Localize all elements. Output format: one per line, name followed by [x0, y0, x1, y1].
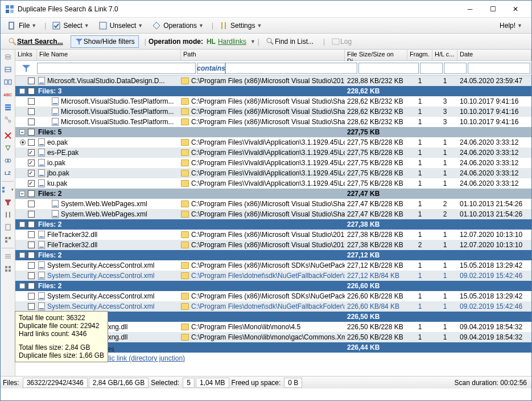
- side-blocks[interactable]: ▾: [1, 184, 15, 195]
- file-checkbox[interactable]: [28, 149, 35, 156]
- file-checkbox[interactable]: [28, 108, 35, 115]
- group-checkbox[interactable]: [28, 129, 35, 136]
- file-row[interactable]: jbo.pakC:\Program Files\Vivaldi\Applicat…: [15, 168, 531, 178]
- file-checkbox[interactable]: [28, 118, 35, 125]
- side-link[interactable]: [1, 155, 15, 166]
- side-tool-7[interactable]: [1, 197, 15, 208]
- file-checkbox[interactable]: [28, 231, 35, 238]
- side-tool-10[interactable]: [1, 234, 15, 245]
- file-checkbox[interactable]: [28, 159, 35, 166]
- file-row[interactable]: Microsoft.VisualStudio.TestPlatform...C:…: [15, 117, 531, 127]
- file-row[interactable]: eo.pakC:\Program Files\Vivaldi\Applicati…: [15, 137, 531, 148]
- file-row[interactable]: System.Web.WebPages.xmlC:\Program Files …: [15, 199, 531, 209]
- file-checkbox[interactable]: [28, 200, 35, 207]
- file-row[interactable]: System.Web.WebPages.xmlC:\Program Files …: [15, 209, 531, 219]
- file-row[interactable]: Microsoft.VisualStudio.TestPlatform...C:…: [15, 96, 531, 107]
- side-tool-3[interactable]: [1, 76, 15, 88]
- menu-operations[interactable]: Operations▼: [149, 20, 207, 31]
- group-row[interactable]: −Files: 2227,47 KB: [15, 189, 531, 199]
- collapse-icon[interactable]: −: [19, 191, 25, 197]
- group-row[interactable]: −Files: 3228,62 KB: [15, 86, 531, 96]
- start-search-button[interactable]: Start Search...: [4, 35, 67, 48]
- log-button[interactable]: Log: [327, 35, 356, 48]
- file-row[interactable]: System.Security.AccessControl.xmlC:\Prog…: [15, 271, 531, 281]
- collapse-icon[interactable]: −: [19, 222, 25, 227]
- show-hide-filters-button[interactable]: Show/Hide filters: [71, 35, 139, 48]
- side-recycle[interactable]: [1, 142, 15, 154]
- file-row[interactable]: io.pakC:\Program Files\Vivaldi\Applicati…: [15, 158, 531, 168]
- svg-rect-37: [5, 240, 7, 243]
- col-date[interactable]: Date: [457, 50, 531, 60]
- col-size[interactable]: File Size/Size on Di...: [345, 50, 407, 60]
- group-row[interactable]: −Files: 2226,60 KB: [15, 281, 531, 291]
- menu-file[interactable]: File▼: [4, 20, 40, 31]
- filter-hlc[interactable]: [444, 63, 467, 74]
- file-checkbox[interactable]: [28, 272, 35, 279]
- group-checkbox[interactable]: [28, 190, 35, 197]
- side-tool-8[interactable]: [1, 209, 15, 220]
- side-tool-11[interactable]: [1, 251, 15, 262]
- col-filename[interactable]: File Name: [37, 50, 181, 60]
- file-row[interactable]: System.Security.AccessControl.xmlC:\Prog…: [15, 291, 531, 301]
- menu-help[interactable]: Help!▼: [496, 21, 526, 31]
- maximize-button[interactable]: ☐: [481, 1, 504, 18]
- collapse-icon[interactable]: −: [19, 252, 25, 258]
- side-tool-12[interactable]: [1, 263, 15, 275]
- radio[interactable]: [20, 140, 26, 145]
- side-tool-5[interactable]: [1, 101, 15, 113]
- group-checkbox[interactable]: [28, 252, 35, 259]
- file-checkbox[interactable]: [28, 180, 35, 187]
- close-button[interactable]: ✕: [504, 1, 527, 18]
- col-fragm[interactable]: Fragm.: [407, 50, 432, 60]
- file-checkbox[interactable]: [28, 242, 35, 248]
- file-row[interactable]: FileTracker32.dllC:\Program Files (x86)\…: [15, 240, 531, 250]
- group-row[interactable]: −Files: 5227,75 KB: [15, 127, 531, 137]
- file-checkbox[interactable]: [28, 262, 35, 269]
- group-checkbox[interactable]: [28, 88, 35, 95]
- file-row[interactable]: System.Security.AccessControl.xmlC:\Prog…: [15, 301, 531, 312]
- funnel-icon[interactable]: [21, 63, 31, 73]
- filter-size[interactable]: [358, 63, 419, 74]
- group-row[interactable]: −Files: 2227,12 KB: [15, 250, 531, 260]
- filter-filename[interactable]: [37, 63, 196, 74]
- side-tool-6[interactable]: [1, 114, 15, 125]
- side-tool-2[interactable]: [1, 64, 15, 75]
- menu-select[interactable]: Select▼: [48, 20, 92, 31]
- file-row[interactable]: es-PE.pakC:\Program Files\Vivaldi\Applic…: [15, 148, 531, 158]
- file-row[interactable]: Microsoft.VisualStudio.TestPlatform...C:…: [15, 107, 531, 117]
- col-path[interactable]: Path: [181, 50, 345, 60]
- file-row[interactable]: System.Security.AccessControl.xmlC:\Prog…: [15, 260, 531, 271]
- minimize-button[interactable]: ─: [459, 1, 481, 18]
- side-delete[interactable]: [1, 130, 15, 141]
- file-checkbox[interactable]: [28, 77, 35, 84]
- collapse-icon[interactable]: −: [19, 283, 25, 289]
- filter-path[interactable]: [225, 63, 357, 74]
- filter-fragm[interactable]: [420, 63, 443, 74]
- group-checkbox[interactable]: [28, 283, 35, 289]
- bottom-link-2[interactable]: mbolic link (directory junction): [95, 354, 185, 362]
- side-lz[interactable]: LZ: [1, 167, 15, 179]
- file-checkbox[interactable]: [28, 303, 35, 310]
- collapse-icon[interactable]: −: [19, 88, 25, 94]
- file-row[interactable]: Microsoft.VisualStudio.DataDesign.D...C:…: [15, 76, 531, 86]
- menu-unselect[interactable]: Unselect▼: [95, 20, 147, 31]
- file-checkbox[interactable]: [28, 139, 35, 146]
- hardlinks-link[interactable]: Hardlinks: [218, 38, 246, 46]
- collapse-icon[interactable]: −: [19, 129, 25, 135]
- side-tool-4[interactable]: ABC: [1, 89, 15, 100]
- file-checkbox[interactable]: [28, 293, 35, 300]
- file-checkbox[interactable]: [28, 170, 35, 177]
- menu-settings[interactable]: Settings▼: [216, 20, 265, 31]
- find-in-list-button[interactable]: Find in List...: [262, 35, 317, 48]
- file-checkbox[interactable]: [28, 98, 35, 105]
- col-links[interactable]: Links: [15, 50, 37, 60]
- file-row[interactable]: FileTracker32.dllC:\Program Files (x86)\…: [15, 230, 531, 240]
- col-hlc[interactable]: H/L c...: [432, 50, 457, 60]
- file-checkbox[interactable]: [28, 211, 35, 218]
- group-row[interactable]: −Files: 2227,38 KB: [15, 219, 531, 230]
- file-row[interactable]: ku.pakC:\Program Files\Vivaldi\Applicati…: [15, 178, 531, 189]
- filter-date[interactable]: [468, 63, 530, 74]
- group-checkbox[interactable]: [28, 221, 35, 228]
- side-tool-9[interactable]: [1, 222, 15, 233]
- side-tool-1[interactable]: [1, 51, 15, 63]
